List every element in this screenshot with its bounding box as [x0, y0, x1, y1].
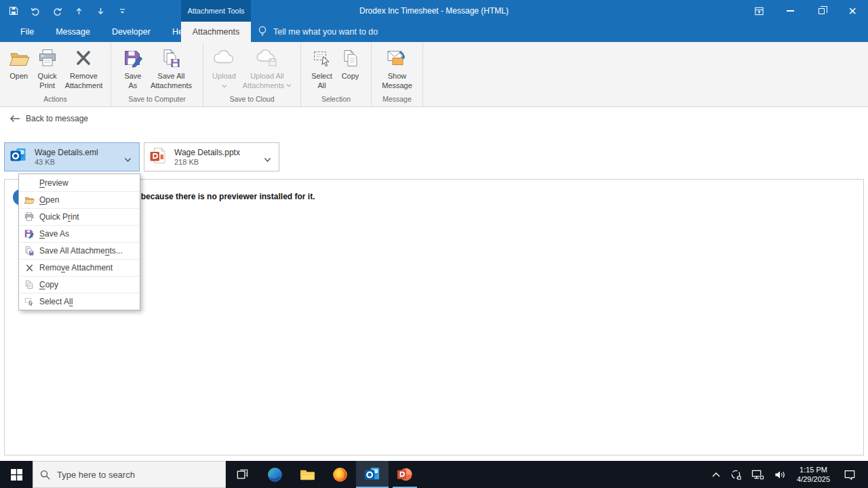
- attachment-dropdown-chevron-icon[interactable]: [124, 153, 132, 161]
- show-message-button[interactable]: Show Message: [378, 45, 416, 94]
- tab-attachments-active[interactable]: Attachments: [181, 22, 251, 42]
- tray-app-icon[interactable]: [726, 469, 747, 481]
- close-button[interactable]: [837, 0, 868, 22]
- attachment-name: Wage Details.pptx: [174, 148, 264, 158]
- lightbulb-icon: [258, 25, 267, 39]
- taskbar-file-explorer-icon[interactable]: [291, 461, 323, 488]
- search-icon: [40, 470, 50, 480]
- attachment-tile-eml[interactable]: Wage Details.eml 43 KB: [4, 142, 140, 171]
- ribbon-group-selection: Select All Copy Selection: [301, 42, 372, 106]
- minimize-icon: [787, 10, 794, 12]
- quick-print-button[interactable]: Quick Print: [33, 45, 62, 94]
- menu-item-open[interactable]: Open: [19, 191, 140, 208]
- powerpoint-file-icon: [149, 146, 167, 167]
- group-label-save-to-computer: Save to Computer: [111, 94, 203, 106]
- attachment-size: 43 KB: [35, 158, 124, 167]
- menu-item-save-as[interactable]: Save As: [19, 225, 140, 242]
- remove-attachment-icon: [73, 45, 94, 71]
- select-all-icon: [19, 296, 39, 307]
- tab-file[interactable]: File: [9, 22, 45, 42]
- ribbon-group-save-to-computer: Save As Save All Attachments Save to Com…: [111, 42, 203, 106]
- restore-icon: [818, 8, 825, 14]
- taskbar-clock[interactable]: 1:15 PM 4/29/2025: [791, 465, 835, 484]
- copy-button[interactable]: Copy: [336, 45, 365, 94]
- start-button[interactable]: [0, 461, 33, 488]
- printer-icon: [19, 211, 39, 222]
- menu-item-select-all[interactable]: Select All: [19, 293, 140, 310]
- attachment-name: Wage Details.eml: [35, 148, 124, 158]
- attachment-size: 218 KB: [174, 158, 264, 167]
- taskbar-firefox-icon[interactable]: [323, 461, 356, 488]
- printer-icon: [37, 45, 58, 71]
- redo-icon[interactable]: [52, 5, 62, 16]
- save-all-attachments-icon: [19, 245, 39, 256]
- taskbar-outlook-icon[interactable]: [356, 461, 389, 488]
- save-as-icon: [122, 45, 144, 71]
- ribbon-group-message: Show Message Message: [372, 42, 423, 106]
- attachment-dropdown-chevron-icon[interactable]: [264, 153, 272, 161]
- save-as-button[interactable]: Save As: [119, 45, 147, 94]
- upload-button[interactable]: Upload: [209, 45, 239, 94]
- volume-icon[interactable]: [769, 469, 791, 481]
- group-label-selection: Selection: [301, 94, 371, 106]
- tell-me-label: Tell me what you want to do: [273, 27, 378, 37]
- copy-icon: [340, 45, 361, 71]
- save-all-attachments-icon: [160, 45, 182, 71]
- tab-message[interactable]: Message: [45, 22, 101, 42]
- minimize-button[interactable]: [774, 0, 806, 22]
- clock-time: 1:15 PM: [797, 465, 830, 474]
- menu-item-copy[interactable]: Copy: [19, 276, 140, 293]
- save-icon[interactable]: [8, 5, 19, 16]
- menu-item-quick-print[interactable]: Quick Print: [19, 208, 140, 225]
- outlook-file-icon: [9, 146, 28, 167]
- attachment-tile-pptx[interactable]: Wage Details.pptx 218 KB: [144, 142, 279, 171]
- ribbon-group-actions: Open Quick Print Remove Attachment: [0, 42, 111, 106]
- clock-date: 4/29/2025: [797, 474, 830, 484]
- restore-button[interactable]: [806, 0, 837, 22]
- window-title: Drodex Inc Timesheet - Message (HTML): [359, 0, 509, 22]
- ribbon-display-options-button[interactable]: [743, 0, 774, 22]
- taskbar-edge-icon[interactable]: [258, 461, 291, 488]
- taskbar-search-box[interactable]: [33, 461, 226, 488]
- task-view-icon: [236, 468, 249, 481]
- up-arrow-icon[interactable]: [73, 5, 84, 16]
- remove-attachment-icon: [19, 263, 39, 273]
- down-arrow-icon[interactable]: [95, 5, 106, 16]
- show-message-icon: [385, 45, 408, 71]
- search-input[interactable]: [57, 470, 206, 480]
- upload-all-dropdown-chevron-icon: [286, 83, 292, 87]
- group-label-message: Message: [372, 94, 422, 106]
- select-all-button[interactable]: Select All: [308, 45, 336, 94]
- task-view-button[interactable]: [226, 461, 258, 488]
- attachment-tiles: Wage Details.eml 43 KB Wage Details.pptx…: [4, 142, 279, 171]
- action-center-button[interactable]: [835, 469, 864, 481]
- menu-item-preview[interactable]: Preview: [19, 174, 140, 191]
- title-bar: Attachment Tools Drodex Inc Timesheet - …: [0, 0, 868, 22]
- upload-cloud-icon: [212, 45, 235, 71]
- open-button[interactable]: Open: [5, 45, 33, 94]
- undo-icon[interactable]: [30, 5, 41, 16]
- attachment-tools-contextual-header: Attachment Tools: [181, 0, 251, 22]
- back-to-message-link[interactable]: Back to message: [9, 114, 88, 123]
- customize-qat-icon[interactable]: [117, 5, 127, 16]
- hidden-icons-chevron[interactable]: [707, 471, 726, 478]
- taskbar-powerpoint-icon[interactable]: [389, 461, 421, 488]
- open-folder-icon: [19, 195, 39, 205]
- menu-item-remove-attachment[interactable]: Remove Attachment: [19, 259, 140, 276]
- copy-icon: [19, 279, 39, 290]
- remove-attachment-button[interactable]: Remove Attachment: [62, 45, 106, 94]
- tab-developer[interactable]: Developer: [101, 22, 161, 42]
- back-arrow-icon: [9, 115, 20, 123]
- tell-me-box[interactable]: Tell me what you want to do: [258, 22, 378, 42]
- save-as-icon: [19, 228, 39, 239]
- save-all-attachments-button[interactable]: Save All Attachments: [147, 45, 195, 94]
- upload-all-attachments-button[interactable]: Upload All Attachments: [239, 45, 295, 94]
- system-tray: 1:15 PM 4/29/2025: [707, 461, 868, 488]
- ribbon-group-save-to-cloud: Upload Upload All Attachments Sav: [203, 42, 301, 106]
- quick-access-toolbar: [8, 0, 127, 22]
- attachment-context-menu: Preview Open Quick Print Save As Save Al…: [18, 174, 140, 310]
- menu-item-save-all-attachments[interactable]: Save All Attachments...: [19, 242, 140, 259]
- open-folder-icon: [8, 45, 30, 71]
- outlook-window: Attachment Tools Drodex Inc Timesheet - …: [0, 0, 868, 488]
- network-icon[interactable]: [747, 469, 769, 481]
